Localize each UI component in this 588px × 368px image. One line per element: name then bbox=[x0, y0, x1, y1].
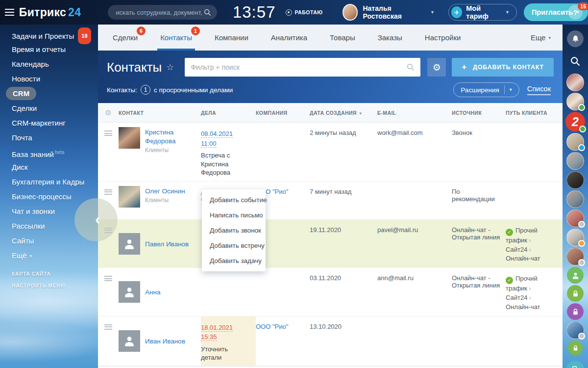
column-company[interactable]: КОМПАНИЯ bbox=[256, 110, 310, 116]
tab-deals[interactable]: Сделки6 bbox=[113, 25, 138, 51]
user-profile[interactable]: Наталья Ростовская ▼ bbox=[343, 4, 435, 21]
extensions-button[interactable]: Расширения ▼ bbox=[453, 82, 519, 97]
work-status[interactable]: РАБОТАЮ bbox=[283, 9, 323, 16]
contact-photo[interactable] bbox=[119, 186, 140, 208]
contact-photo-placeholder[interactable] bbox=[119, 330, 140, 352]
email-cell[interactable]: pavel@mail.ru bbox=[377, 220, 452, 268]
my-tariff-button[interactable]: ✈ Мой тариф ▼ bbox=[448, 4, 517, 21]
contact-name-link[interactable]: Иван Иванов bbox=[145, 337, 185, 346]
sidebar-item-mail[interactable]: Почта bbox=[0, 131, 98, 145]
drag-handle-icon[interactable] bbox=[104, 276, 112, 281]
chat-avatar[interactable] bbox=[566, 74, 584, 91]
chat-avatar[interactable] bbox=[566, 171, 584, 189]
overdue-count-badge[interactable]: 1 bbox=[141, 85, 150, 95]
menu-item-add-call[interactable]: Добавить звонок bbox=[202, 223, 266, 238]
chat-avatar[interactable] bbox=[566, 133, 584, 151]
sidebar-collapse-handle[interactable]: ‹ bbox=[74, 198, 118, 241]
help-button[interactable]: ?15 bbox=[568, 5, 583, 20]
tab-orders[interactable]: Заказы bbox=[378, 25, 402, 51]
rail-search-button[interactable] bbox=[569, 55, 582, 68]
hamburger-menu-icon[interactable] bbox=[5, 9, 14, 16]
column-contact[interactable]: КОНТАКТ bbox=[119, 110, 201, 116]
sidebar-item-news[interactable]: Новости bbox=[0, 72, 98, 86]
contact-photo-placeholder[interactable] bbox=[119, 281, 140, 303]
group-chat-icon[interactable] bbox=[567, 267, 584, 284]
work-clock[interactable]: 13:57 bbox=[233, 3, 276, 22]
contact-name-link[interactable]: Анна bbox=[145, 288, 160, 297]
menu-item-add-event[interactable]: Добавить событие bbox=[202, 192, 266, 208]
private-chat-icon[interactable] bbox=[568, 341, 583, 355]
activities-cell[interactable] bbox=[201, 268, 256, 316]
chat-avatar[interactable] bbox=[566, 229, 584, 246]
table-row[interactable]: Кристина Федорова Клиенты 08.04.2021 11:… bbox=[98, 123, 563, 182]
table-row[interactable]: Иван Иванов 18.01.2021 15:35Уточнить дет… bbox=[98, 316, 563, 366]
connector-button[interactable] bbox=[566, 361, 585, 368]
menu-item-add-meeting[interactable]: Добавить встречу bbox=[202, 238, 266, 253]
global-search-input[interactable] bbox=[116, 9, 204, 16]
menu-item-write-email[interactable]: Написать письмо bbox=[202, 208, 266, 223]
contact-name-link[interactable]: Олег Осинин bbox=[145, 187, 185, 196]
overdue-activity-cell[interactable]: 18.01.2021 15:35Уточнить детали bbox=[201, 316, 256, 366]
left-sidebar: Задачи и Проекты18 Время и отчеты Календ… bbox=[0, 25, 98, 368]
sitemap-link[interactable]: КАРТА САЙТА bbox=[12, 271, 98, 277]
table-row-selected[interactable]: Павел Иванов 19.11.2020 pavel@mail.ru Он… bbox=[98, 220, 563, 268]
email-cell[interactable]: work@mail.com bbox=[377, 123, 452, 181]
sidebar-item-crm[interactable]: CRM bbox=[0, 86, 98, 101]
global-search[interactable] bbox=[108, 5, 217, 20]
drag-handle-icon[interactable] bbox=[104, 324, 112, 330]
contact-photo[interactable] bbox=[119, 127, 140, 149]
sidebar-item-calendar[interactable]: Календарь bbox=[0, 57, 98, 72]
favorite-star-icon[interactable]: ☆ bbox=[166, 62, 174, 73]
view-settings-button[interactable]: ⚙ bbox=[427, 58, 446, 77]
company-link[interactable]: ООО "Рио" bbox=[256, 323, 288, 330]
contact-name-link[interactable]: Павел Иванов bbox=[145, 240, 189, 249]
column-source[interactable]: ИСТОЧНИК bbox=[452, 110, 506, 116]
chat-avatar[interactable] bbox=[566, 152, 584, 170]
email-cell[interactable]: ann@mail.ru bbox=[377, 268, 452, 316]
tab-more[interactable]: Еще▾ bbox=[531, 33, 551, 42]
sidebar-item-knowledge-base[interactable]: База знанийbeta bbox=[0, 145, 98, 160]
tab-companies[interactable]: Компании bbox=[215, 25, 248, 51]
private-chat-icon[interactable] bbox=[567, 285, 584, 302]
filter-search-input[interactable] bbox=[191, 63, 407, 71]
column-client-path[interactable]: ПУТЬ КЛИЕНТА bbox=[506, 110, 563, 116]
column-email[interactable]: E-MAIL bbox=[377, 110, 452, 116]
table-row[interactable]: Анна 03.11.2020 ann@mail.ru Онлайн-чат -… bbox=[98, 268, 563, 316]
menu-item-add-task[interactable]: Добавить задачу bbox=[202, 253, 266, 268]
tab-settings[interactable]: Настройки bbox=[425, 25, 461, 51]
columns-gear-icon[interactable]: ⚙ bbox=[98, 108, 119, 117]
sidebar-item-drive[interactable]: Диск bbox=[0, 160, 98, 175]
drag-handle-icon[interactable] bbox=[104, 189, 112, 195]
sidebar-item-deals[interactable]: Сделки bbox=[0, 101, 98, 116]
sidebar-item-crm-marketing[interactable]: CRM-маркетинг bbox=[0, 116, 98, 131]
sidebar-item-tasks[interactable]: Задачи и Проекты18 bbox=[0, 27, 98, 42]
column-created[interactable]: ДАТА СОЗДАНИЯ▼ bbox=[310, 110, 377, 116]
tab-products[interactable]: Товары bbox=[330, 25, 355, 51]
chat-avatar[interactable] bbox=[566, 248, 584, 265]
tab-contacts[interactable]: Контакты1 bbox=[160, 25, 192, 51]
configure-menu-link[interactable]: НАСТРОИТЬ МЕНЮ bbox=[12, 283, 98, 289]
sidebar-item-accounting-hr[interactable]: Бухгалтерия и Кадры bbox=[0, 175, 98, 189]
chat-avatar[interactable] bbox=[566, 210, 584, 227]
overdue-date-link[interactable]: 18.01.2021 15:35 bbox=[201, 324, 233, 342]
sidebar-item-time-reports[interactable]: Время и отчеты bbox=[0, 42, 98, 57]
contact-photo-placeholder[interactable] bbox=[119, 233, 140, 255]
contact-name-link[interactable]: Кристина Федорова bbox=[145, 128, 192, 146]
tab-analytics[interactable]: Аналитика bbox=[271, 25, 307, 51]
notifications-button[interactable] bbox=[567, 30, 584, 47]
app-avatar-2[interactable]: 2 bbox=[565, 112, 585, 131]
private-chat-icon[interactable] bbox=[567, 303, 584, 320]
user-avatar[interactable] bbox=[343, 4, 358, 21]
app-logo[interactable]: Битрикс24 bbox=[19, 6, 81, 19]
sidebar-item-more[interactable]: Ещё▾ bbox=[0, 248, 98, 263]
drag-handle-icon[interactable] bbox=[104, 131, 112, 136]
chat-avatar[interactable] bbox=[566, 93, 584, 110]
add-contact-button[interactable]: +ДОБАВИТЬ КОНТАКТ bbox=[452, 58, 554, 77]
column-activities[interactable]: ДЕЛА bbox=[201, 110, 256, 116]
filter-search[interactable] bbox=[185, 58, 420, 77]
activity-date-link[interactable]: 08.04.2021 11:00 bbox=[201, 130, 233, 148]
view-mode-list[interactable]: Список bbox=[527, 85, 551, 95]
chat-avatar[interactable] bbox=[566, 321, 584, 339]
chat-avatar[interactable] bbox=[566, 190, 584, 208]
table-row[interactable]: Олег Осинин Клиенты Дела отсутствуют ООО… bbox=[98, 182, 563, 220]
